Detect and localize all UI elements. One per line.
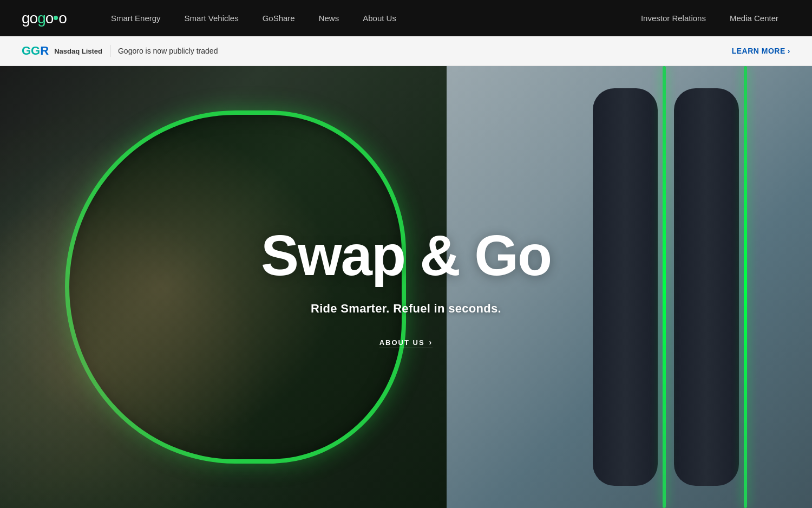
ticker-divider (110, 45, 110, 57)
nav-link-goshare[interactable]: GoShare (251, 0, 307, 36)
nav-link-smart-energy[interactable]: Smart Energy (99, 0, 173, 36)
ticker-bar: GGR Nasdaq Listed Gogoro is now publicly… (0, 36, 812, 66)
hero-cta-chevron: › (429, 338, 433, 347)
hero-section: Swap & Go Ride Smarter. Refuel in second… (0, 66, 812, 508)
ticker-symbol-r: R (40, 44, 49, 57)
brand-logo[interactable]: gogoo (22, 10, 67, 27)
hero-battery-shape-2 (593, 88, 658, 486)
nav-link-media-center[interactable]: Media Center (718, 0, 790, 36)
ticker-logo: GGR (22, 44, 49, 58)
nav-link-investor-relations[interactable]: Investor Relations (629, 0, 718, 36)
hero-battery-shape-1 (674, 88, 739, 486)
hero-subtitle: Ride Smarter. Refuel in seconds. (261, 302, 551, 316)
nav-link-about-us[interactable]: About Us (351, 0, 408, 36)
hero-accent-line-2 (744, 66, 747, 508)
ticker-message: Gogoro is now publicly traded (118, 47, 732, 55)
ticker-learn-more-chevron: › (788, 47, 790, 55)
hero-title: Swap & Go (261, 226, 551, 285)
nav-links-left: Smart Energy Smart Vehicles GoShare News… (99, 0, 629, 36)
navbar: gogoo Smart Energy Smart Vehicles GoShar… (0, 0, 812, 36)
nav-links-right: Investor Relations Media Center (629, 0, 790, 36)
nav-link-news[interactable]: News (307, 0, 351, 36)
ticker-learn-more-label: LEARN MORE (732, 47, 785, 55)
ticker-learn-more-link[interactable]: LEARN MORE › (732, 47, 790, 55)
nav-link-smart-vehicles[interactable]: Smart Vehicles (173, 0, 251, 36)
hero-cta-label: ABOUT US (379, 338, 425, 347)
hero-accent-line-1 (663, 66, 666, 508)
hero-cta-button[interactable]: ABOUT US › (379, 338, 433, 348)
hero-content: Swap & Go Ride Smarter. Refuel in second… (261, 226, 551, 349)
ticker-symbol-gg: GG (22, 44, 40, 57)
logo-text: gogoo (22, 10, 67, 27)
ticker-listed-label: Nasdaq Listed (54, 47, 102, 55)
